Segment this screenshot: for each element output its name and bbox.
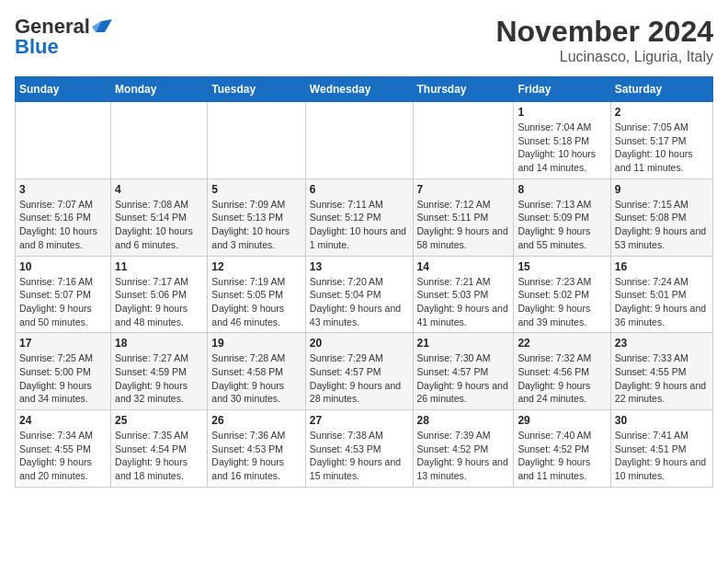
day-cell: 23Sunrise: 7:33 AM Sunset: 4:55 PM Dayli… bbox=[610, 333, 712, 410]
day-cell: 14Sunrise: 7:21 AM Sunset: 5:03 PM Dayli… bbox=[413, 256, 514, 333]
day-number: 9 bbox=[615, 183, 709, 196]
day-cell: 28Sunrise: 7:39 AM Sunset: 4:52 PM Dayli… bbox=[413, 410, 514, 488]
day-cell: 17Sunrise: 7:25 AM Sunset: 5:00 PM Dayli… bbox=[16, 333, 111, 410]
day-number: 23 bbox=[615, 337, 709, 350]
day-cell: 3Sunrise: 7:07 AM Sunset: 5:16 PM Daylig… bbox=[16, 178, 111, 256]
day-number: 19 bbox=[211, 337, 301, 350]
weekday-header-sunday: Sunday bbox=[16, 77, 111, 102]
weekday-header-friday: Friday bbox=[514, 77, 610, 102]
day-info: Sunrise: 7:27 AM Sunset: 4:59 PM Dayligh… bbox=[115, 351, 203, 406]
day-cell: 1Sunrise: 7:04 AM Sunset: 5:18 PM Daylig… bbox=[514, 102, 610, 179]
day-info: Sunrise: 7:35 AM Sunset: 4:54 PM Dayligh… bbox=[115, 429, 203, 483]
day-cell bbox=[208, 102, 306, 179]
day-cell: 19Sunrise: 7:28 AM Sunset: 4:58 PM Dayli… bbox=[208, 333, 306, 410]
day-number: 11 bbox=[115, 260, 203, 273]
day-cell: 2Sunrise: 7:05 AM Sunset: 5:17 PM Daylig… bbox=[610, 102, 712, 179]
day-cell: 25Sunrise: 7:35 AM Sunset: 4:54 PM Dayli… bbox=[111, 410, 208, 488]
day-info: Sunrise: 7:29 AM Sunset: 4:57 PM Dayligh… bbox=[310, 351, 409, 406]
day-info: Sunrise: 7:04 AM Sunset: 5:18 PM Dayligh… bbox=[518, 121, 606, 175]
day-info: Sunrise: 7:30 AM Sunset: 4:57 PM Dayligh… bbox=[417, 351, 510, 406]
day-number: 21 bbox=[417, 337, 510, 350]
day-number: 15 bbox=[518, 260, 606, 273]
day-cell: 8Sunrise: 7:13 AM Sunset: 5:09 PM Daylig… bbox=[514, 178, 610, 256]
day-cell bbox=[305, 102, 413, 179]
weekday-header-row: SundayMondayTuesdayWednesdayThursdayFrid… bbox=[16, 77, 713, 102]
day-info: Sunrise: 7:25 AM Sunset: 5:00 PM Dayligh… bbox=[19, 351, 107, 406]
day-info: Sunrise: 7:11 AM Sunset: 5:12 PM Dayligh… bbox=[310, 198, 409, 252]
day-number: 30 bbox=[615, 414, 709, 427]
calendar-body: 1Sunrise: 7:04 AM Sunset: 5:18 PM Daylig… bbox=[16, 102, 713, 488]
location: Lucinasco, Liguria, Italy bbox=[495, 49, 713, 65]
day-number: 18 bbox=[115, 337, 203, 350]
weekday-header-wednesday: Wednesday bbox=[305, 77, 413, 102]
day-cell: 21Sunrise: 7:30 AM Sunset: 4:57 PM Dayli… bbox=[413, 333, 514, 410]
day-cell: 12Sunrise: 7:19 AM Sunset: 5:05 PM Dayli… bbox=[208, 256, 306, 333]
day-number: 10 bbox=[19, 260, 107, 273]
week-row-3: 10Sunrise: 7:16 AM Sunset: 5:07 PM Dayli… bbox=[16, 256, 713, 333]
day-info: Sunrise: 7:32 AM Sunset: 4:56 PM Dayligh… bbox=[518, 351, 606, 406]
weekday-header-monday: Monday bbox=[111, 77, 208, 102]
day-info: Sunrise: 7:23 AM Sunset: 5:02 PM Dayligh… bbox=[518, 275, 606, 329]
day-number: 4 bbox=[115, 183, 203, 196]
day-cell: 30Sunrise: 7:41 AM Sunset: 4:51 PM Dayli… bbox=[610, 410, 712, 488]
day-cell bbox=[111, 102, 208, 179]
logo-icon bbox=[92, 19, 112, 34]
day-number: 28 bbox=[417, 414, 510, 427]
day-info: Sunrise: 7:38 AM Sunset: 4:53 PM Dayligh… bbox=[310, 429, 409, 483]
logo-blue: Blue bbox=[15, 35, 59, 59]
day-number: 29 bbox=[518, 414, 606, 427]
weekday-header-tuesday: Tuesday bbox=[208, 77, 306, 102]
day-number: 1 bbox=[518, 106, 606, 119]
day-number: 20 bbox=[310, 337, 409, 350]
day-number: 3 bbox=[19, 183, 107, 196]
day-number: 7 bbox=[417, 183, 510, 196]
day-info: Sunrise: 7:16 AM Sunset: 5:07 PM Dayligh… bbox=[19, 275, 107, 329]
day-cell: 7Sunrise: 7:12 AM Sunset: 5:11 PM Daylig… bbox=[413, 178, 514, 256]
day-number: 22 bbox=[518, 337, 606, 350]
day-info: Sunrise: 7:07 AM Sunset: 5:16 PM Dayligh… bbox=[19, 198, 107, 252]
day-info: Sunrise: 7:28 AM Sunset: 4:58 PM Dayligh… bbox=[211, 351, 301, 406]
day-number: 25 bbox=[115, 414, 203, 427]
day-cell: 5Sunrise: 7:09 AM Sunset: 5:13 PM Daylig… bbox=[208, 178, 306, 256]
day-info: Sunrise: 7:40 AM Sunset: 4:52 PM Dayligh… bbox=[518, 429, 606, 483]
weekday-header-thursday: Thursday bbox=[413, 77, 514, 102]
logo: General Blue bbox=[15, 15, 112, 59]
day-info: Sunrise: 7:41 AM Sunset: 4:51 PM Dayligh… bbox=[615, 429, 709, 483]
title-block: November 2024 Lucinasco, Liguria, Italy bbox=[495, 15, 713, 65]
day-cell: 6Sunrise: 7:11 AM Sunset: 5:12 PM Daylig… bbox=[305, 178, 413, 256]
day-number: 14 bbox=[417, 260, 510, 273]
day-info: Sunrise: 7:33 AM Sunset: 4:55 PM Dayligh… bbox=[615, 351, 709, 406]
week-row-5: 24Sunrise: 7:34 AM Sunset: 4:55 PM Dayli… bbox=[16, 410, 713, 488]
day-info: Sunrise: 7:13 AM Sunset: 5:09 PM Dayligh… bbox=[518, 198, 606, 252]
day-info: Sunrise: 7:21 AM Sunset: 5:03 PM Dayligh… bbox=[417, 275, 510, 329]
day-number: 5 bbox=[211, 183, 301, 196]
day-info: Sunrise: 7:19 AM Sunset: 5:05 PM Dayligh… bbox=[211, 275, 301, 329]
calendar-table: SundayMondayTuesdayWednesdayThursdayFrid… bbox=[15, 76, 713, 488]
day-cell: 16Sunrise: 7:24 AM Sunset: 5:01 PM Dayli… bbox=[610, 256, 712, 333]
day-info: Sunrise: 7:05 AM Sunset: 5:17 PM Dayligh… bbox=[615, 121, 709, 175]
day-number: 12 bbox=[211, 260, 301, 273]
day-info: Sunrise: 7:12 AM Sunset: 5:11 PM Dayligh… bbox=[417, 198, 510, 252]
day-cell: 29Sunrise: 7:40 AM Sunset: 4:52 PM Dayli… bbox=[514, 410, 610, 488]
month-title: November 2024 bbox=[495, 15, 713, 49]
day-info: Sunrise: 7:15 AM Sunset: 5:08 PM Dayligh… bbox=[615, 198, 709, 252]
day-info: Sunrise: 7:09 AM Sunset: 5:13 PM Dayligh… bbox=[211, 198, 301, 252]
day-cell: 26Sunrise: 7:36 AM Sunset: 4:53 PM Dayli… bbox=[208, 410, 306, 488]
day-number: 26 bbox=[211, 414, 301, 427]
week-row-4: 17Sunrise: 7:25 AM Sunset: 5:00 PM Dayli… bbox=[16, 333, 713, 410]
day-cell: 22Sunrise: 7:32 AM Sunset: 4:56 PM Dayli… bbox=[514, 333, 610, 410]
day-number: 2 bbox=[615, 106, 709, 119]
day-info: Sunrise: 7:17 AM Sunset: 5:06 PM Dayligh… bbox=[115, 275, 203, 329]
day-info: Sunrise: 7:08 AM Sunset: 5:14 PM Dayligh… bbox=[115, 198, 203, 252]
day-number: 13 bbox=[310, 260, 409, 273]
day-cell: 24Sunrise: 7:34 AM Sunset: 4:55 PM Dayli… bbox=[16, 410, 111, 488]
day-number: 8 bbox=[518, 183, 606, 196]
day-info: Sunrise: 7:34 AM Sunset: 4:55 PM Dayligh… bbox=[19, 429, 107, 483]
day-cell: 9Sunrise: 7:15 AM Sunset: 5:08 PM Daylig… bbox=[610, 178, 712, 256]
day-cell: 20Sunrise: 7:29 AM Sunset: 4:57 PM Dayli… bbox=[305, 333, 413, 410]
day-info: Sunrise: 7:39 AM Sunset: 4:52 PM Dayligh… bbox=[417, 429, 510, 483]
day-number: 17 bbox=[19, 337, 107, 350]
week-row-1: 1Sunrise: 7:04 AM Sunset: 5:18 PM Daylig… bbox=[16, 102, 713, 179]
day-number: 6 bbox=[310, 183, 409, 196]
day-cell: 15Sunrise: 7:23 AM Sunset: 5:02 PM Dayli… bbox=[514, 256, 610, 333]
